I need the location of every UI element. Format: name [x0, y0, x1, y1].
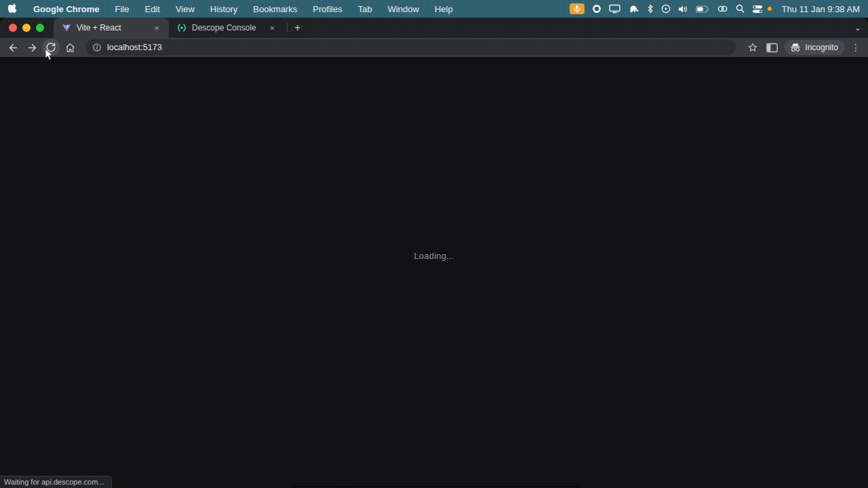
home-button[interactable] [61, 39, 79, 56]
url-text[interactable]: localhost:5173 [107, 43, 162, 52]
tab-descope-console[interactable]: Descope Console × [169, 18, 284, 38]
browser-window: Vite + React × Descope Console × + ⌄ [0, 18, 868, 488]
menu-view[interactable]: View [176, 4, 195, 14]
browser-toolbar: localhost:5173 [0, 38, 868, 57]
back-button[interactable] [4, 39, 22, 56]
status-bubble: Waiting for api.descope.com... [0, 476, 112, 488]
menu-history[interactable]: History [210, 4, 237, 14]
incognito-icon [790, 43, 801, 52]
elephant-icon[interactable] [628, 3, 639, 14]
minimize-window-button[interactable] [22, 24, 31, 32]
vite-favicon [62, 23, 71, 33]
display-icon[interactable] [609, 3, 620, 14]
battery-icon[interactable] [696, 3, 709, 14]
mouse-cursor [45, 48, 54, 64]
menu-window[interactable]: Window [388, 4, 419, 14]
menu-tab[interactable]: Tab [358, 4, 372, 14]
address-bar[interactable]: localhost:5173 [85, 39, 736, 56]
link-icon[interactable] [717, 3, 728, 14]
page-content: Loading... Waiting for api.descope.com..… [0, 57, 868, 488]
menubar-clock[interactable]: Thu 11 Jan 9:38 AM [782, 4, 860, 14]
tab-vite-react[interactable]: Vite + React × [54, 18, 169, 38]
menubar-app-name[interactable]: Google Chrome [33, 4, 100, 14]
notification-dot [768, 7, 772, 11]
menu-profiles[interactable]: Profiles [313, 4, 342, 14]
control-center-icon[interactable] [752, 3, 763, 14]
close-window-button[interactable] [9, 24, 17, 32]
site-info-icon[interactable] [92, 43, 102, 52]
chrome-menu-kebab-icon[interactable]: ⋮ [849, 42, 863, 53]
zoom-window-button[interactable] [36, 24, 44, 32]
bookmark-star-icon[interactable] [744, 39, 762, 56]
new-tab-button[interactable]: + [288, 18, 307, 38]
loading-text: Loading... [0, 251, 868, 261]
record-ring-icon[interactable] [592, 3, 601, 14]
menu-bookmarks[interactable]: Bookmarks [253, 4, 297, 14]
descope-favicon [177, 23, 186, 33]
incognito-label: Incognito [805, 43, 838, 52]
screen: Google Chrome File Edit View History Boo… [0, 0, 868, 488]
menubar-menus: Google Chrome File Edit View History Boo… [8, 3, 453, 14]
menu-help[interactable]: Help [435, 4, 453, 14]
spotlight-search-icon[interactable] [736, 3, 745, 14]
volume-icon[interactable] [678, 3, 688, 14]
window-controls [0, 18, 54, 38]
forward-button[interactable] [23, 39, 41, 56]
apple-icon[interactable] [8, 3, 18, 14]
menu-edit[interactable]: Edit [144, 4, 159, 14]
macos-menubar: Google Chrome File Edit View History Boo… [0, 0, 868, 18]
tab-title: Vite + React [77, 23, 146, 33]
tab-search-chevron-icon[interactable]: ⌄ [854, 18, 861, 38]
menubar-status-icons: Thu 11 Jan 9:38 AM [570, 3, 860, 14]
dock-hint-line [292, 486, 580, 487]
incognito-badge: Incognito [785, 40, 845, 55]
microphone-in-use-icon[interactable] [570, 3, 585, 14]
tab-close-icon[interactable]: × [151, 22, 162, 34]
tab-title: Descope Console [192, 23, 261, 33]
side-panel-icon[interactable] [763, 39, 781, 56]
menu-file[interactable]: File [115, 4, 130, 14]
tab-close-icon[interactable]: × [267, 22, 277, 34]
bluetooth-icon[interactable] [647, 3, 654, 14]
play-circle-icon[interactable] [661, 3, 671, 14]
tab-strip: Vite + React × Descope Console × + ⌄ [0, 18, 868, 38]
